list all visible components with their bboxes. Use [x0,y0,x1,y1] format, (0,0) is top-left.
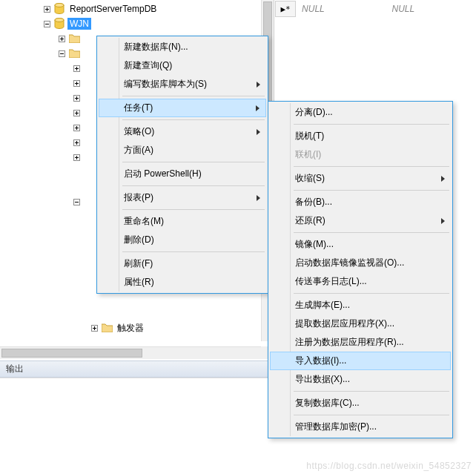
tree-label: WJN [67,18,91,30]
expand-icon[interactable] [42,4,52,14]
output-title: 输出 [6,363,24,375]
folder-icon [68,33,80,45]
menu-separator [122,251,265,252]
menu-item-launch-mirror-monitor[interactable]: 启动数据库镜像监视器(O)... [270,254,451,272]
expand-icon[interactable] [71,108,82,118]
menu-separator [122,96,265,96]
menu-separator [122,185,265,186]
row-selector[interactable]: ▶* [275,1,296,17]
database-icon [53,18,65,30]
menu-item-new-database[interactable]: 新建数据库(N)... [99,38,266,56]
menu-label: 启动 PowerShell(H) [124,168,202,180]
menu-label: 刷新(F) [124,257,153,270]
menu-separator [122,119,265,120]
expand-icon[interactable] [71,93,82,103]
menu-item-restore[interactable]: 还原(R) [270,211,451,230]
watermark-text: https://blog.csdn.net/weixin_54852327 [306,461,472,471]
folder-icon [68,47,80,59]
expand-icon[interactable] [56,33,67,44]
menu-item-extract-dac[interactable]: 提取数据层应用程序(X)... [270,315,451,333]
expand-icon[interactable] [71,122,82,133]
menu-item-ship-logs[interactable]: 传送事务日志(L)... [270,272,451,291]
menu-label: 删除(D) [124,234,154,246]
data-grid-row: ▶* NULL NULL [275,0,476,18]
menu-label: 新建查询(Q) [124,59,172,72]
grid-cell-null[interactable]: NULL [296,4,386,14]
menu-label: 提取数据层应用程序(X)... [295,317,394,330]
chevron-right-icon [256,105,260,111]
folder-icon [101,322,113,334]
expand-icon[interactable] [71,63,82,73]
tree-node-triggers[interactable]: 触发器 [0,320,274,335]
menu-item-delete[interactable]: 删除(D) [99,231,266,249]
menu-item-import-data[interactable]: 导入数据(I)... [270,352,451,370]
scroll-thumb[interactable] [1,349,142,358]
svg-point-8 [55,19,64,22]
context-menu-database: 新建数据库(N)... 新建查询(Q) 编写数据库脚本为(S) 任务(T) 策略… [96,36,268,294]
chevron-right-icon [441,176,445,182]
menu-separator [122,209,265,210]
chevron-right-icon [257,129,260,135]
menu-item-detach[interactable]: 分离(D)... [270,103,451,122]
menu-item-policies[interactable]: 策略(O) [99,122,266,141]
menu-item-new-query[interactable]: 新建查询(Q) [99,56,266,75]
collapse-icon[interactable] [56,48,67,59]
menu-item-refresh[interactable]: 刷新(F) [99,254,266,273]
menu-separator [294,293,449,294]
expand-icon[interactable] [71,78,82,88]
menu-label: 导出数据(X)... [295,373,350,386]
menu-item-take-offline[interactable]: 脱机(T) [270,127,451,145]
menu-item-facets[interactable]: 方面(A) [99,141,266,159]
menu-item-rename[interactable]: 重命名(M) [99,212,266,231]
expand-icon[interactable] [89,323,99,333]
tree-node-db-wjn[interactable]: WJN [0,16,274,31]
menu-separator [294,190,449,191]
menu-label: 还原(R) [295,214,325,227]
menu-label: 生成脚本(E)... [295,299,350,312]
menu-item-generate-scripts[interactable]: 生成脚本(E)... [270,296,451,315]
menu-label: 策略(O) [124,125,154,138]
tree-label: 触发器 [115,321,146,335]
menu-label: 报表(P) [124,191,153,204]
menu-label: 新建数据库(N)... [124,41,188,53]
menu-label: 导入数据(I)... [295,355,346,367]
menu-separator [122,162,265,162]
menu-item-bring-online: 联机(I) [270,145,451,164]
horizontal-scrollbar[interactable] [0,346,261,359]
menu-separator [294,415,449,415]
database-icon [53,3,65,15]
menu-item-backup[interactable]: 备份(B)... [270,193,451,211]
menu-item-reports[interactable]: 报表(P) [99,188,266,207]
menu-item-export-data[interactable]: 导出数据(X)... [270,370,451,389]
output-pane-header[interactable]: 输出 [0,361,274,378]
collapse-icon[interactable] [42,19,52,29]
menu-separator [294,166,449,167]
menu-label: 备份(B)... [295,196,332,208]
tree-node-db-reportservertempdb[interactable]: ReportServerTempDB [0,1,274,16]
collapse-icon[interactable] [71,197,82,207]
menu-item-mirror[interactable]: 镜像(M)... [270,235,451,254]
output-pane-body [0,378,274,473]
menu-item-copy-database[interactable]: 复制数据库(C)... [270,394,451,412]
menu-item-manage-encryption[interactable]: 管理数据库加密(P)... [270,418,451,436]
menu-item-tasks[interactable]: 任务(T) [99,99,266,117]
menu-item-register-dac[interactable]: 注册为数据层应用程序(R)... [270,333,451,352]
menu-label: 收缩(S) [295,172,325,185]
menu-label: 属性(R) [124,276,154,289]
menu-item-shrink[interactable]: 收缩(S) [270,169,451,188]
expand-icon[interactable] [71,137,82,148]
menu-label: 编写数据库脚本为(S) [124,78,207,90]
menu-label: 任务(T) [124,102,153,114]
menu-label: 复制数据库(C)... [295,397,360,409]
chevron-right-icon [441,218,445,224]
menu-item-properties[interactable]: 属性(R) [99,273,266,292]
menu-item-powershell[interactable]: 启动 PowerShell(H) [99,165,266,183]
expand-icon[interactable] [71,152,82,162]
grid-cell-null[interactable]: NULL [386,4,476,14]
menu-label: 重命名(M) [124,215,164,228]
tree-label: ReportServerTempDB [67,3,159,15]
menu-separator [294,124,449,125]
menu-separator [294,232,449,233]
menu-item-script-as[interactable]: 编写数据库脚本为(S) [99,75,266,93]
menu-label: 分离(D)... [295,106,333,119]
